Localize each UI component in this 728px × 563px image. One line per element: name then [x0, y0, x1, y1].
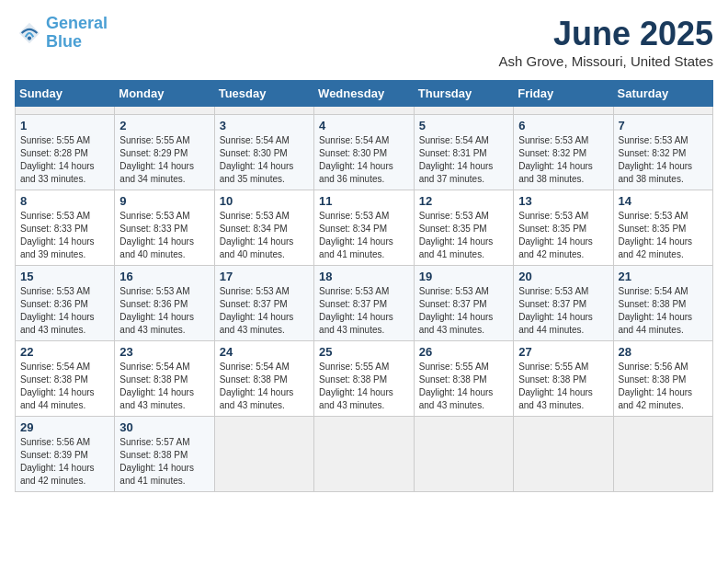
- calendar-cell: [414, 417, 513, 492]
- cell-content: Sunrise: 5:53 AMSunset: 8:32 PMDaylight:…: [518, 134, 608, 186]
- calendar-cell: 21Sunrise: 5:54 AMSunset: 8:38 PMDayligh…: [613, 266, 713, 341]
- cell-content: Sunrise: 5:54 AMSunset: 8:30 PMDaylight:…: [319, 134, 409, 186]
- day-number: 6: [518, 119, 608, 132]
- col-header-friday: Friday: [514, 81, 613, 107]
- calendar-week-6: 29Sunrise: 5:56 AMSunset: 8:39 PMDayligh…: [16, 417, 713, 492]
- calendar-cell: [514, 107, 613, 115]
- calendar-cell: 4Sunrise: 5:54 AMSunset: 8:30 PMDaylight…: [314, 115, 415, 190]
- col-header-monday: Monday: [115, 81, 214, 107]
- cell-content: Sunrise: 5:55 AMSunset: 8:38 PMDaylight:…: [419, 361, 508, 412]
- cell-content: Sunrise: 5:54 AMSunset: 8:30 PMDaylight:…: [220, 134, 309, 186]
- day-number: 17: [220, 270, 309, 283]
- cell-content: Sunrise: 5:55 AMSunset: 8:38 PMDaylight:…: [518, 361, 608, 412]
- calendar-cell: 12Sunrise: 5:53 AMSunset: 8:35 PMDayligh…: [414, 190, 513, 266]
- month-title: June 2025: [499, 15, 713, 53]
- calendar-cell: 3Sunrise: 5:54 AMSunset: 8:30 PMDaylight…: [214, 115, 313, 190]
- day-number: 12: [419, 194, 508, 208]
- col-header-sunday: Sunday: [16, 81, 115, 107]
- cell-content: Sunrise: 5:55 AMSunset: 8:38 PMDaylight:…: [319, 361, 409, 412]
- calendar-week-2: 1Sunrise: 5:55 AMSunset: 8:28 PMDaylight…: [16, 115, 713, 190]
- calendar-week-3: 8Sunrise: 5:53 AMSunset: 8:33 PMDaylight…: [16, 190, 713, 266]
- cell-content: Sunrise: 5:53 AMSunset: 8:33 PMDaylight:…: [119, 210, 209, 261]
- calendar-cell: 1Sunrise: 5:55 AMSunset: 8:28 PMDaylight…: [16, 115, 115, 190]
- cell-content: Sunrise: 5:54 AMSunset: 8:38 PMDaylight:…: [20, 361, 109, 412]
- day-number: 5: [419, 119, 508, 132]
- calendar-cell: 18Sunrise: 5:53 AMSunset: 8:37 PMDayligh…: [314, 266, 415, 341]
- cell-content: Sunrise: 5:54 AMSunset: 8:38 PMDaylight:…: [619, 285, 709, 337]
- day-number: 7: [619, 119, 709, 132]
- calendar-cell: 22Sunrise: 5:54 AMSunset: 8:38 PMDayligh…: [16, 341, 115, 417]
- day-number: 29: [20, 420, 109, 434]
- calendar-cell: 16Sunrise: 5:53 AMSunset: 8:36 PMDayligh…: [115, 266, 214, 341]
- cell-content: Sunrise: 5:53 AMSunset: 8:34 PMDaylight:…: [220, 210, 309, 261]
- calendar-cell: 10Sunrise: 5:53 AMSunset: 8:34 PMDayligh…: [214, 190, 313, 266]
- col-header-wednesday: Wednesday: [314, 81, 415, 107]
- cell-content: Sunrise: 5:53 AMSunset: 8:36 PMDaylight:…: [119, 285, 209, 337]
- calendar-cell: 30Sunrise: 5:57 AMSunset: 8:38 PMDayligh…: [115, 417, 214, 492]
- calendar-cell: 17Sunrise: 5:53 AMSunset: 8:37 PMDayligh…: [214, 266, 313, 341]
- calendar-cell: 2Sunrise: 5:55 AMSunset: 8:29 PMDaylight…: [115, 115, 214, 190]
- day-number: 30: [119, 420, 209, 434]
- day-number: 20: [518, 270, 608, 283]
- calendar-cell: 7Sunrise: 5:53 AMSunset: 8:32 PMDaylight…: [613, 115, 713, 190]
- calendar-cell: [214, 417, 313, 492]
- cell-content: Sunrise: 5:53 AMSunset: 8:32 PMDaylight:…: [619, 134, 709, 186]
- cell-content: Sunrise: 5:54 AMSunset: 8:31 PMDaylight:…: [419, 134, 508, 186]
- calendar-cell: 27Sunrise: 5:55 AMSunset: 8:38 PMDayligh…: [514, 341, 613, 417]
- calendar-cell: 8Sunrise: 5:53 AMSunset: 8:33 PMDaylight…: [16, 190, 115, 266]
- cell-content: Sunrise: 5:56 AMSunset: 8:39 PMDaylight:…: [20, 436, 109, 488]
- calendar-cell: 9Sunrise: 5:53 AMSunset: 8:33 PMDaylight…: [115, 190, 214, 266]
- day-number: 4: [319, 119, 409, 132]
- calendar-cell: [214, 107, 313, 115]
- day-number: 23: [119, 345, 209, 359]
- cell-content: Sunrise: 5:56 AMSunset: 8:38 PMDaylight:…: [619, 361, 709, 412]
- day-number: 24: [220, 345, 309, 359]
- col-header-thursday: Thursday: [414, 81, 513, 107]
- cell-content: Sunrise: 5:54 AMSunset: 8:38 PMDaylight:…: [119, 361, 209, 412]
- calendar-cell: 28Sunrise: 5:56 AMSunset: 8:38 PMDayligh…: [613, 341, 713, 417]
- title-block: June 2025 Ash Grove, Missouri, United St…: [499, 15, 713, 69]
- day-number: 2: [119, 119, 209, 132]
- page-header: General Blue June 2025 Ash Grove, Missou…: [15, 15, 713, 69]
- day-number: 9: [119, 194, 209, 208]
- calendar-cell: [16, 107, 115, 115]
- cell-content: Sunrise: 5:53 AMSunset: 8:37 PMDaylight:…: [220, 285, 309, 337]
- calendar-cell: 6Sunrise: 5:53 AMSunset: 8:32 PMDaylight…: [514, 115, 613, 190]
- cell-content: Sunrise: 5:55 AMSunset: 8:28 PMDaylight:…: [20, 134, 109, 186]
- calendar-cell: [514, 417, 613, 492]
- calendar-week-1: [16, 107, 713, 115]
- calendar-cell: [314, 417, 415, 492]
- calendar-cell: 14Sunrise: 5:53 AMSunset: 8:35 PMDayligh…: [613, 190, 713, 266]
- svg-point-1: [28, 36, 31, 40]
- cell-content: Sunrise: 5:53 AMSunset: 8:35 PMDaylight:…: [419, 210, 508, 261]
- calendar-cell: [115, 107, 214, 115]
- day-number: 25: [319, 345, 409, 359]
- calendar-cell: 24Sunrise: 5:54 AMSunset: 8:38 PMDayligh…: [214, 341, 313, 417]
- cell-content: Sunrise: 5:53 AMSunset: 8:37 PMDaylight:…: [319, 285, 409, 337]
- day-number: 27: [518, 345, 608, 359]
- cell-content: Sunrise: 5:57 AMSunset: 8:38 PMDaylight:…: [119, 436, 209, 488]
- cell-content: Sunrise: 5:53 AMSunset: 8:35 PMDaylight:…: [619, 210, 709, 261]
- calendar-cell: 19Sunrise: 5:53 AMSunset: 8:37 PMDayligh…: [414, 266, 513, 341]
- cell-content: Sunrise: 5:55 AMSunset: 8:29 PMDaylight:…: [119, 134, 209, 186]
- day-number: 8: [20, 194, 109, 208]
- day-number: 28: [619, 345, 709, 359]
- calendar-cell: 13Sunrise: 5:53 AMSunset: 8:35 PMDayligh…: [514, 190, 613, 266]
- calendar-cell: 20Sunrise: 5:53 AMSunset: 8:37 PMDayligh…: [514, 266, 613, 341]
- day-number: 26: [419, 345, 508, 359]
- day-number: 19: [419, 270, 508, 283]
- cell-content: Sunrise: 5:53 AMSunset: 8:36 PMDaylight:…: [20, 285, 109, 337]
- day-number: 14: [619, 194, 709, 208]
- day-number: 21: [619, 270, 709, 283]
- calendar-week-4: 15Sunrise: 5:53 AMSunset: 8:36 PMDayligh…: [16, 266, 713, 341]
- day-number: 22: [20, 345, 109, 359]
- day-number: 15: [20, 270, 109, 283]
- cell-content: Sunrise: 5:53 AMSunset: 8:35 PMDaylight:…: [518, 210, 608, 261]
- day-number: 18: [319, 270, 409, 283]
- cell-content: Sunrise: 5:53 AMSunset: 8:34 PMDaylight:…: [319, 210, 409, 261]
- cell-content: Sunrise: 5:54 AMSunset: 8:38 PMDaylight:…: [220, 361, 309, 412]
- location-title: Ash Grove, Missouri, United States: [499, 53, 713, 69]
- calendar-cell: [613, 417, 713, 492]
- calendar-cell: 11Sunrise: 5:53 AMSunset: 8:34 PMDayligh…: [314, 190, 415, 266]
- calendar-cell: 29Sunrise: 5:56 AMSunset: 8:39 PMDayligh…: [16, 417, 115, 492]
